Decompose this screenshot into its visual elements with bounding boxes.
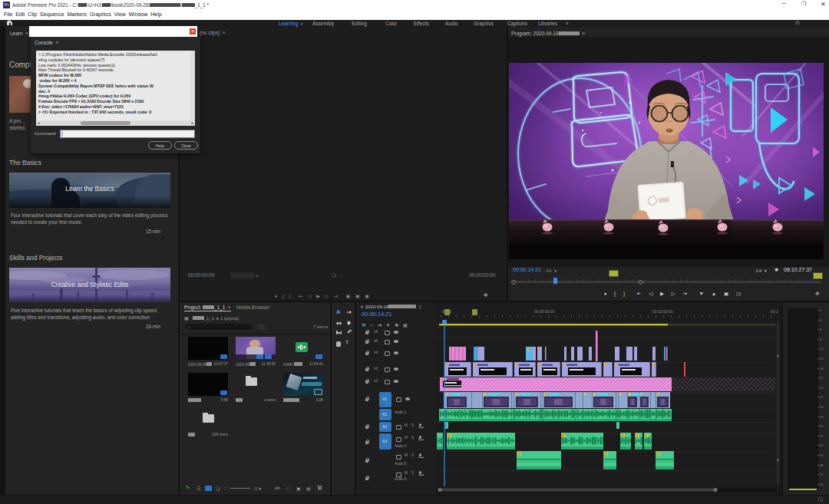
svg-text:00:05:00:00: 00:05:00:00: [534, 309, 555, 314]
svg-text:00:1: 00:1: [771, 309, 778, 314]
svg-text:00:10:00:00: 00:10:00:00: [652, 309, 673, 314]
